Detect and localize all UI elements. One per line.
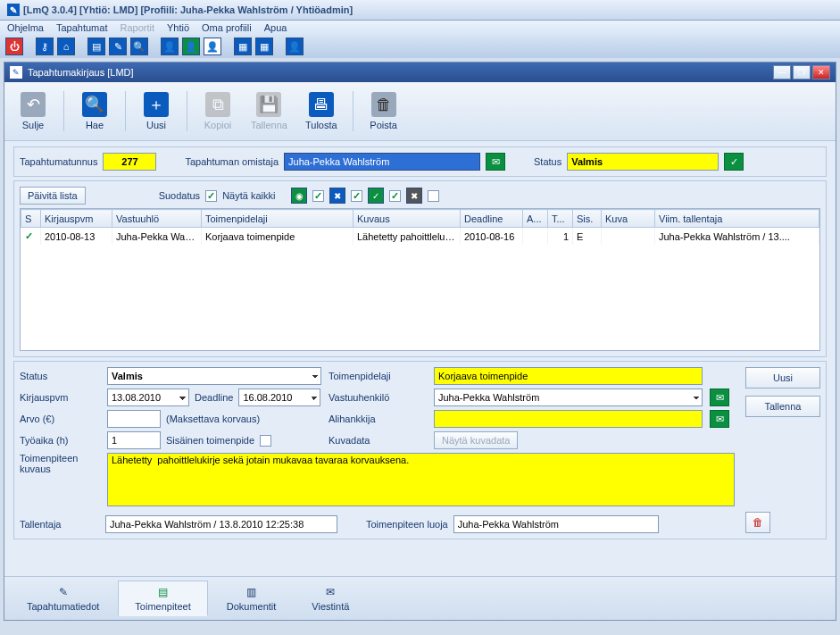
form-vastuuhenkilo-label: Vastuuhenkilö: [329, 392, 427, 403]
close-button[interactable]: ✕: [812, 65, 830, 79]
status-select[interactable]: Valmis: [567, 153, 719, 171]
tallenna-button[interactable]: 💾 Tallenna: [245, 88, 294, 135]
form-tallentaja-field: [105, 515, 337, 533]
form-arvo-label: Arvo (€): [20, 414, 100, 424]
form-sisainen-checkbox[interactable]: [260, 435, 271, 447]
menu-yhtio[interactable]: Yhtiö: [167, 22, 189, 33]
filter-blue-check[interactable]: [351, 190, 362, 202]
nayta-kaikki-checkbox[interactable]: [205, 190, 217, 202]
omistaja-mail-button[interactable]: ✉: [486, 153, 505, 171]
tab-dokumentit[interactable]: ▥ Dokumentit: [210, 581, 294, 616]
col-kuvaus[interactable]: Kuvaus: [353, 210, 461, 228]
search-icon: 🔍: [82, 92, 107, 117]
app-title: [LmQ 3.0.4] [Yhtiö: LMD] [Profiili: Juha…: [23, 4, 353, 15]
filter-green-icon[interactable]: ◉: [291, 188, 307, 204]
header-panel: Tapahtumatunnus Tapahtuman omistaja Juha…: [13, 146, 827, 177]
omistaja-select[interactable]: Juha-Pekka Wahlström: [284, 153, 480, 171]
menu-ohjelma[interactable]: Ohjelma: [7, 22, 44, 33]
paivita-lista-button[interactable]: Päivitä lista: [20, 187, 86, 205]
filter-gray-icon[interactable]: ✖: [406, 188, 422, 204]
search-top-button[interactable]: 🔍: [130, 38, 148, 55]
form-luoja-field: [453, 515, 659, 533]
bottom-tabs: ✎ Tapahtumatiedot ▤ Toimenpiteet ▥ Dokum…: [4, 576, 836, 620]
mail-icon: ✉: [323, 585, 337, 599]
list-panel: Päivitä lista Suodatus Näytä kaikki ◉ ✖ …: [13, 180, 827, 357]
filter-gray-check[interactable]: [428, 190, 439, 202]
hae-button[interactable]: 🔍 Hae: [73, 88, 116, 135]
save-icon: 💾: [256, 92, 281, 117]
form-arvo-field[interactable]: [107, 410, 161, 428]
side-delete-button[interactable]: 🗑: [745, 512, 770, 533]
col-kirjauspvm[interactable]: Kirjauspvm: [41, 210, 112, 228]
toimenpide-grid[interactable]: S Kirjauspvm Vastuuhlö Toimenpidelaji Ku…: [20, 208, 820, 351]
form-tyoaika-field[interactable]: [107, 431, 161, 449]
edit-button[interactable]: ✎: [109, 38, 127, 55]
doc2-button[interactable]: ▦: [255, 38, 273, 55]
form-vastuuhenkilo-select[interactable]: Juha-Pekka Wahlström: [434, 389, 703, 406]
form-status-select[interactable]: Valmis: [107, 367, 321, 385]
form-deadline-select[interactable]: 16.08.2010: [238, 389, 320, 406]
info-icon: ✎: [56, 585, 71, 599]
col-toimenpidelaji[interactable]: Toimenpidelaji: [202, 210, 353, 228]
home-button[interactable]: ⌂: [57, 38, 75, 55]
side-tallenna-button[interactable]: Tallenna: [745, 396, 820, 417]
print-icon: 🖶: [309, 92, 334, 117]
col-a[interactable]: A...: [523, 210, 548, 228]
power-button[interactable]: ⏻: [5, 38, 23, 55]
menu-omaprofiili[interactable]: Oma profiili: [202, 22, 252, 33]
menu-apua[interactable]: Apua: [264, 22, 287, 33]
restore-button[interactable]: ❐: [793, 65, 811, 79]
menu-tapahtumat[interactable]: Tapahtumat: [56, 22, 107, 33]
app-icon: ✎: [7, 4, 20, 16]
person-light-button[interactable]: 👤: [204, 38, 221, 55]
col-deadline[interactable]: Deadline: [461, 210, 523, 228]
status-ok-button[interactable]: ✓: [724, 153, 744, 171]
inner-icon: ✎: [10, 66, 22, 79]
user-button[interactable]: 👤: [286, 38, 304, 55]
table-row[interactable]: ✓ 2010-08-13 Juha-Pekka Wahl... Korjaava…: [21, 228, 819, 246]
tab-viestinta[interactable]: ✉ Viestintä: [295, 581, 366, 616]
key-button[interactable]: ⚷: [36, 38, 54, 55]
side-buttons: Uusi Tallenna 🗑: [745, 367, 820, 533]
form-kirjauspvm-select[interactable]: 13.08.2010: [107, 389, 189, 406]
top-toolbar: ⏻ ⚷ ⌂ ▤ ✎ 🔍 👤 👤 👤 ▦ ▦ 👤: [0, 35, 840, 58]
form-kuvaus-textarea[interactable]: [107, 453, 735, 506]
col-t[interactable]: T...: [548, 210, 573, 228]
filter-blue-icon[interactable]: ✖: [329, 188, 345, 204]
alihankkija-mail-button[interactable]: ✉: [710, 410, 729, 428]
form-tyoaika-label: Työaika (h): [20, 435, 100, 446]
menu-raportit[interactable]: Raportit: [120, 22, 154, 33]
clipboard-button[interactable]: ▤: [87, 38, 105, 55]
poista-button[interactable]: 🗑 Poista: [362, 88, 405, 135]
person-green-button[interactable]: 👤: [182, 38, 200, 55]
vastuuhenkilo-mail-button[interactable]: ✉: [710, 389, 729, 406]
filter-green2-check[interactable]: [389, 190, 401, 202]
tulosta-button[interactable]: 🖶 Tulosta: [299, 88, 344, 135]
form-alihankkija-select[interactable]: [434, 410, 703, 428]
form-toimenpidelaji-label: Toimenpidelaji: [329, 371, 427, 381]
col-viim[interactable]: Viim. tallentaja: [655, 210, 819, 228]
col-kuva[interactable]: Kuva: [602, 210, 655, 228]
tab-tapahtumatiedot[interactable]: ✎ Tapahtumatiedot: [10, 581, 116, 616]
form-toimenpidelaji-select[interactable]: Korjaava toimenpide: [434, 367, 703, 385]
tab-toimenpiteet[interactable]: ▤ Toimenpiteet: [118, 581, 207, 616]
side-uusi-button[interactable]: Uusi: [745, 367, 820, 389]
sulje-button[interactable]: ↶ Sulje: [12, 88, 54, 135]
form-kuvadata-label: Kuvadata: [329, 435, 427, 446]
col-sis[interactable]: Sis.: [573, 210, 602, 228]
kopioi-button[interactable]: ⧉ Kopioi: [196, 88, 239, 135]
minimize-button[interactable]: —: [773, 65, 791, 79]
plus-icon: ＋: [144, 92, 169, 117]
status-label: Status: [534, 156, 561, 167]
col-s[interactable]: S: [21, 210, 41, 228]
detail-panel: Status Valmis Toimenpidelaji Korjaava to…: [13, 361, 827, 539]
filter-green2-icon[interactable]: ✓: [368, 188, 384, 204]
doc1-button[interactable]: ▦: [234, 38, 252, 55]
nayta-label: Näytä kaikki: [222, 190, 275, 201]
uusi-button[interactable]: ＋ Uusi: [135, 88, 178, 135]
filter-green-check[interactable]: [312, 190, 324, 202]
person-dark-button[interactable]: 👤: [161, 38, 179, 55]
col-vastuuhlo[interactable]: Vastuuhlö: [112, 210, 202, 228]
tunnus-field[interactable]: [103, 153, 156, 171]
form-status-label: Status: [20, 371, 100, 381]
